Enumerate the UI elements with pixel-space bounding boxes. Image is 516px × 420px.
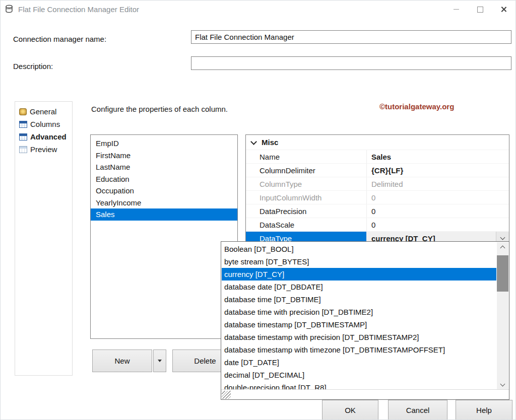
connection-manager-name-label: Connection manager name:: [13, 35, 106, 43]
datatype-option[interactable]: database time [DT_DBTIME]: [222, 293, 496, 306]
datatype-options: Boolean [DT_BOOL] byte stream [DT_BYTES]…: [222, 243, 496, 390]
chevron-down-icon: [500, 382, 505, 387]
column-item[interactable]: LastName: [91, 161, 237, 173]
datatype-option[interactable]: decimal [DT_DECIMAL]: [222, 369, 496, 381]
advanced-icon: [19, 133, 27, 141]
sidebar-item-label: Preview: [30, 145, 57, 154]
datatype-option-selected[interactable]: currency [DT_CY]: [222, 268, 496, 281]
property-row-inputcolumnwidth[interactable]: InputColumnWidth 0: [246, 190, 509, 204]
description-label: Description:: [13, 62, 53, 71]
column-item-selected[interactable]: Sales: [91, 208, 237, 221]
datatype-option[interactable]: database date [DT_DBDATE]: [222, 281, 496, 293]
property-row-datascale[interactable]: DataScale 0: [246, 218, 509, 231]
instruction-text: Configure the properties of each column.: [91, 105, 228, 113]
chevron-down-icon: [158, 360, 162, 362]
columns-icon: [19, 121, 27, 128]
chevron-down-icon: [250, 138, 257, 145]
maximize-button[interactable]: [468, 1, 492, 18]
maximize-icon: [477, 7, 483, 13]
pages-sidebar: General Columns Advanced Preview: [15, 101, 73, 376]
new-button[interactable]: New: [92, 349, 152, 372]
close-button[interactable]: [492, 1, 515, 18]
cancel-button[interactable]: Cancel: [388, 400, 447, 420]
chevron-down-icon: [500, 235, 505, 240]
column-item[interactable]: Education: [91, 173, 237, 185]
category-label: Misc: [262, 138, 278, 147]
property-row-columndelimiter[interactable]: ColumnDelimiter {CR}{LF}: [246, 163, 509, 177]
resize-grip-icon[interactable]: [222, 391, 231, 399]
datatype-option[interactable]: database timestamp with timezone [DT_DBT…: [222, 343, 496, 356]
column-item[interactable]: Occupation: [91, 185, 237, 197]
new-split-arrow-button[interactable]: [153, 349, 166, 372]
property-row-name[interactable]: Name Sales: [246, 150, 509, 163]
sidebar-item-preview[interactable]: Preview: [15, 143, 72, 156]
preview-icon: [19, 146, 27, 153]
scrollbar-thumb[interactable]: [497, 255, 508, 292]
datatype-option[interactable]: byte stream [DT_BYTES]: [222, 255, 496, 268]
app-icon: [5, 5, 14, 14]
window-title: Flat File Connection Manager Editor: [18, 5, 139, 14]
column-item[interactable]: EmpID: [91, 137, 237, 150]
column-list: EmpID FirstName LastName Education Occup…: [90, 134, 238, 339]
help-button[interactable]: Help: [456, 400, 512, 420]
datatype-option[interactable]: date [DT_DATE]: [222, 356, 496, 369]
datatype-dropdown-list: Boolean [DT_BOOL] byte stream [DT_BYTES]…: [221, 241, 509, 400]
connection-manager-name-input[interactable]: [191, 30, 511, 44]
property-row-dataprecision[interactable]: DataPrecision 0: [246, 204, 509, 218]
sidebar-item-label: General: [30, 107, 56, 116]
dropdown-scrollbar[interactable]: [497, 242, 508, 390]
sidebar-item-columns[interactable]: Columns: [15, 118, 72, 130]
column-item[interactable]: YearlyIncome: [91, 197, 237, 209]
datatype-option[interactable]: double-precision float [DT_R8]: [222, 381, 496, 390]
ok-button[interactable]: OK: [322, 400, 378, 420]
watermark-text: ©tutorialgateway.org: [379, 102, 454, 111]
description-input[interactable]: [191, 56, 511, 70]
dropdown-resize-bar[interactable]: [221, 389, 509, 399]
scroll-down-button[interactable]: [497, 380, 508, 390]
column-item[interactable]: FirstName: [91, 150, 237, 162]
titlebar: Flat File Connection Manager Editor: [1, 1, 515, 18]
property-category-row[interactable]: Misc: [246, 135, 509, 150]
datatype-option[interactable]: database timestamp with precision [DT_DB…: [222, 331, 496, 343]
chevron-up-icon: [500, 246, 505, 251]
sidebar-item-general[interactable]: General: [15, 105, 72, 118]
property-row-columntype[interactable]: ColumnType Delimited: [246, 177, 509, 190]
window-controls: [444, 1, 515, 18]
general-icon: [19, 108, 27, 115]
datatype-option[interactable]: database timestamp [DT_DBTIMESTAMP]: [222, 318, 496, 331]
flat-file-connection-manager-editor-dialog: Flat File Connection Manager Editor Conn…: [0, 0, 516, 420]
sidebar-item-label: Advanced: [30, 132, 67, 141]
close-icon: [500, 6, 507, 13]
sidebar-item-advanced[interactable]: Advanced: [15, 130, 72, 143]
sidebar-item-label: Columns: [30, 120, 60, 128]
minimize-icon: [454, 9, 459, 10]
scroll-up-button[interactable]: [497, 242, 508, 252]
datatype-option[interactable]: database time with precision [DT_DBTIME2…: [222, 306, 496, 318]
minimize-button[interactable]: [444, 1, 468, 18]
datatype-option[interactable]: Boolean [DT_BOOL]: [222, 243, 496, 255]
